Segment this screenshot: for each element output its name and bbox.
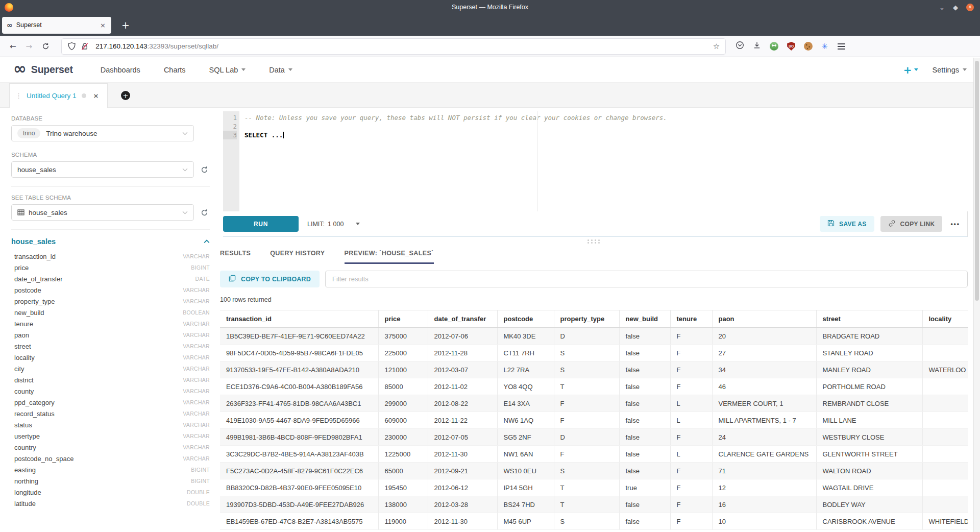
refresh-table-icon[interactable] [201, 209, 208, 216]
editor-code[interactable]: -- Note: Unless you save your query, the… [239, 111, 968, 211]
table-name: house_sales [11, 237, 56, 246]
shield-icon[interactable] [67, 42, 76, 51]
schema-column-row[interactable]: priceBIGINT [11, 262, 210, 273]
table-cell: 71 [712, 463, 816, 479]
collapse-chevron-icon[interactable] [204, 239, 210, 244]
schema-column-row[interactable]: postcodeVARCHAR [11, 284, 210, 296]
schema-column-row[interactable]: date_of_transferDATE [11, 273, 210, 284]
column-type: VARCHAR [183, 410, 210, 417]
filter-results-input[interactable] [325, 271, 968, 287]
settings-menu[interactable]: Settings [933, 66, 967, 74]
column-header-street[interactable]: street [816, 310, 922, 328]
column-header-price[interactable]: price [378, 310, 428, 328]
add-new-button[interactable]: + [903, 64, 918, 76]
back-button[interactable]: ← [10, 42, 16, 51]
nav-item-sql-lab[interactable]: SQL Lab [209, 66, 246, 74]
schema-column-row[interactable]: property_typeVARCHAR [11, 296, 210, 307]
table-schema-panel-header[interactable]: house_sales [11, 237, 210, 246]
schema-column-row[interactable]: statusVARCHAR [11, 419, 210, 430]
tab-close-icon[interactable]: × [99, 21, 107, 29]
schema-select[interactable]: house_sales [11, 161, 194, 178]
table-cell: WESTBURY CLOSE [816, 429, 922, 446]
schema-column-row[interactable]: transaction_idVARCHAR [11, 251, 210, 262]
url-bar[interactable]: 217.160.120.143:32393/superset/sqllab/ ☆ [62, 39, 725, 54]
window-close-icon[interactable]: × [966, 4, 974, 11]
schema-column-row[interactable]: countryVARCHAR [11, 442, 210, 453]
column-type: VARCHAR [183, 321, 210, 327]
schema-column-row[interactable]: localityVARCHAR [11, 352, 210, 363]
schema-column-row[interactable]: record_statusVARCHAR [11, 408, 210, 419]
column-header-new-build[interactable]: new_build [619, 310, 670, 328]
add-query-tab-button[interactable]: + [121, 91, 130, 100]
insecure-lock-icon[interactable] [81, 42, 89, 51]
column-type: VARCHAR [183, 455, 210, 462]
column-header-transaction-id[interactable]: transaction_id [220, 310, 378, 328]
schema-column-row[interactable]: longitudeDOUBLE [11, 487, 210, 498]
scrollbar-thumb[interactable] [975, 61, 979, 301]
table-row: ECE1D376-C9A6-4C00-B004-A380B189FA568500… [220, 378, 968, 395]
window-maximize-icon[interactable]: ◆ [953, 4, 958, 11]
extension-asterisk-icon[interactable]: ✳ [821, 42, 828, 51]
nav-item-charts[interactable]: Charts [164, 66, 186, 74]
table-cell: 34 [712, 361, 816, 378]
schema-column-row[interactable]: tenureVARCHAR [11, 318, 210, 329]
schema-column-row[interactable]: cityVARCHAR [11, 363, 210, 374]
column-header-postcode[interactable]: postcode [497, 310, 554, 328]
nav-item-data[interactable]: Data [269, 66, 292, 74]
table-cell: MILL APARTMENTS, 1 - 7 [712, 412, 816, 429]
drag-handle-icon[interactable]: ⋮ [15, 92, 22, 100]
table-cell: 20 [712, 328, 816, 345]
downloads-icon[interactable] [753, 41, 761, 52]
schema-column-row[interactable]: postcode_no_spaceVARCHAR [11, 453, 210, 464]
schema-column-row[interactable]: streetVARCHAR [11, 341, 210, 352]
forward-button[interactable]: → [26, 42, 33, 51]
menu-icon[interactable] [838, 46, 845, 47]
column-name: postcode [14, 286, 41, 294]
column-type: BIGINT [191, 478, 210, 484]
schema-column-row[interactable]: latitudeDOUBLE [11, 498, 210, 509]
copy-to-clipboard-button[interactable]: COPY TO CLIPBOARD [220, 271, 320, 287]
limit-dropdown[interactable]: LIMIT: 1 000 [307, 221, 360, 228]
extension-mask-icon[interactable] [770, 42, 778, 51]
schema-column-row[interactable]: countyVARCHAR [11, 385, 210, 397]
nav-item-dashboards[interactable]: Dashboards [101, 66, 140, 74]
column-header-property-type[interactable]: property_type [554, 310, 619, 328]
schema-column-row[interactable]: northingBIGINT [11, 475, 210, 487]
bookmark-star-icon[interactable]: ☆ [713, 42, 720, 51]
database-select[interactable]: trino Trino warehouse [11, 125, 194, 141]
column-header-tenure[interactable]: tenure [670, 310, 712, 328]
table-schema-select[interactable]: house_sales [11, 204, 194, 221]
column-header-locality[interactable]: locality [922, 310, 968, 328]
results-tab-query-history[interactable]: QUERY HISTORY [270, 250, 325, 264]
schema-column-row[interactable]: usertypeVARCHAR [11, 430, 210, 442]
copy-link-button[interactable]: COPY LINK [880, 216, 943, 232]
column-header-paon[interactable]: paon [712, 310, 816, 328]
more-options-button[interactable]: ••• [950, 221, 960, 228]
query-tab-close-icon[interactable]: × [93, 92, 99, 100]
reload-button[interactable] [42, 42, 50, 50]
schema-column-row[interactable]: districtVARCHAR [11, 374, 210, 385]
pocket-icon[interactable] [736, 41, 744, 52]
new-tab-button[interactable]: + [118, 19, 133, 31]
page-scrollbar[interactable] [973, 58, 980, 532]
superset-brand[interactable]: Superset [31, 64, 73, 76]
schema-column-row[interactable]: ppd_categoryVARCHAR [11, 397, 210, 408]
schema-column-row[interactable]: eastingBIGINT [11, 464, 210, 475]
column-header-date-of-transfer[interactable]: date_of_transfer [428, 310, 497, 328]
browser-tab[interactable]: ∞ Superset × [2, 17, 111, 34]
sql-editor[interactable]: 123 -- Note: Unless you save your query,… [223, 111, 968, 211]
cookie-extension-icon[interactable] [804, 42, 813, 51]
results-tab-preview-house-sales[interactable]: PREVIEW: `HOUSE_SALES` [345, 250, 434, 264]
superset-logo-icon[interactable]: ∞ [13, 61, 27, 77]
schema-column-row[interactable]: new_buildBOOLEAN [11, 307, 210, 318]
results-tab-results[interactable]: RESULTS [220, 250, 251, 264]
save-as-button[interactable]: SAVE AS [820, 216, 874, 232]
table-row: 193907D3-5DBD-453D-A49E-9FEE27DAB9261380… [220, 496, 968, 513]
pane-resize-handle[interactable] [587, 239, 601, 244]
window-minimize-icon[interactable]: ⌄ [939, 4, 945, 11]
query-tab[interactable]: ⋮ Untitled Query 1 × [9, 83, 108, 108]
refresh-schema-icon[interactable] [201, 166, 208, 174]
schema-column-row[interactable]: paonVARCHAR [11, 329, 210, 341]
run-button[interactable]: RUN [223, 216, 299, 232]
ublock-shield-icon[interactable]: UO [787, 42, 795, 51]
